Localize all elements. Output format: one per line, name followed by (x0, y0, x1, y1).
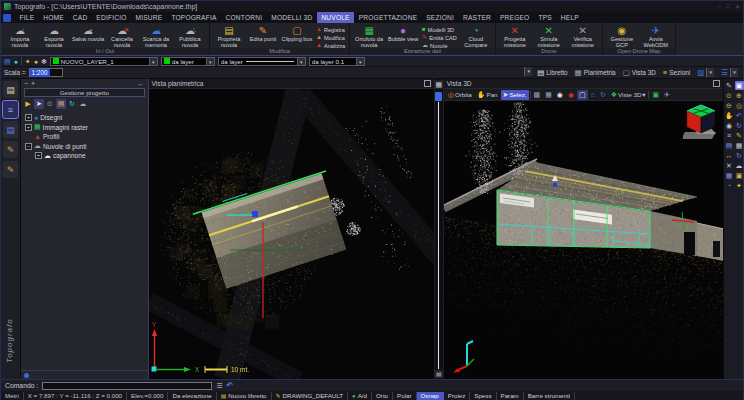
view-cube[interactable] (683, 103, 721, 143)
expander-icon[interactable]: + (25, 124, 32, 131)
modelli-3d-button[interactable]: ■ Modelli 3D (420, 26, 459, 33)
menu-contorni[interactable]: CONTORNI (221, 12, 267, 23)
zoom-out-icon[interactable]: ⊖ (725, 101, 734, 110)
menu-topografia[interactable]: TOPOGRAFIA (167, 12, 221, 23)
layers-icon[interactable]: ▤ (725, 141, 734, 150)
verifica-missione-button[interactable]: ✕ Verifica missione (566, 24, 600, 49)
slider-handle[interactable] (435, 92, 442, 101)
expander-icon[interactable]: − (25, 143, 32, 150)
planimetric-canvas[interactable]: Y X 10 mt. (149, 89, 434, 379)
refresh-icon[interactable]: ↻ (67, 99, 77, 109)
select-cursor-icon[interactable]: ➤ (34, 99, 44, 109)
sezioni-button[interactable]: ≡ Sezioni (661, 68, 692, 78)
draw-order-button[interactable]: ☰ ▾ (719, 68, 740, 78)
tree-item-nuvole-di-punti[interactable]: − ☁ Nuvole di punti (21, 142, 148, 152)
match-properties-icon[interactable]: ● (14, 57, 18, 66)
planimetria-button[interactable]: ▦ Planimetria (573, 68, 618, 78)
grid-view-icon[interactable]: ▦ (543, 90, 554, 100)
snapshot-icon[interactable]: ▣ (650, 90, 661, 100)
cloud-compare-button[interactable]: ◔ Cloud Compare (459, 24, 493, 49)
linetype-dropdown[interactable]: da layer ▾ (218, 57, 306, 66)
view-3d-canvas[interactable] (444, 101, 723, 379)
pan-button[interactable]: ✋ Pan (475, 90, 500, 100)
rotate-view-icon[interactable]: ↻ (598, 90, 608, 100)
search-icon[interactable]: ⊙ (45, 99, 55, 109)
panel-footer-icon[interactable] (24, 373, 29, 378)
menu-edificio[interactable]: EDIFICIO (92, 12, 131, 23)
select-button[interactable]: ➤ Selez. (501, 90, 529, 100)
pin-left-icon[interactable]: ← (138, 80, 145, 87)
vista-3d-button[interactable]: ▢ Vista 3D (621, 68, 658, 78)
settings-icon[interactable]: ✦ (735, 181, 744, 190)
ad-toggle[interactable]: ● A/d (348, 392, 372, 400)
tree-item-profili[interactable]: ▲ Profili (21, 132, 148, 142)
layer-dropdown[interactable]: NUOVO_LAYER_1 ▾ (50, 57, 158, 66)
libretto-button[interactable]: ▤ Libretto (535, 68, 569, 78)
erase-icon[interactable]: ✕ (725, 161, 734, 170)
cloud-tool-icon[interactable]: ☁ (735, 161, 744, 170)
clipping-box-button[interactable]: ▢ Clipping box (280, 24, 314, 43)
proprieta-nuvola-button[interactable]: ▤ Proprietà nuvola (212, 24, 246, 49)
grid-toggle-icon[interactable]: ▦ (725, 171, 734, 180)
modifica-button[interactable]: ▲ Modifica (314, 34, 347, 41)
export-folder-icon[interactable]: ✎ (3, 141, 18, 158)
layout-columns-button[interactable]: ▥ ▾ (695, 68, 716, 78)
menu-nuvole[interactable]: NUVOLE (317, 12, 354, 23)
section-icon[interactable]: ▦ (735, 141, 744, 150)
menu-progettazione[interactable]: PROGETTAZIONE (354, 12, 422, 23)
printer-icon[interactable]: ▤ (434, 370, 443, 378)
grid-toggle-icon[interactable]: ▦ (434, 80, 443, 89)
spess-toggle[interactable]: Spess (470, 392, 496, 400)
expand-icon[interactable]: + (31, 80, 35, 87)
maximize-icon[interactable]: □ (726, 3, 730, 10)
menu-raster[interactable]: RASTER (459, 12, 496, 23)
select-window-icon[interactable]: ▣ (735, 81, 744, 90)
flight-icon[interactable]: ✈ (662, 90, 672, 100)
collapse-icon[interactable]: − (24, 80, 28, 87)
notes-panel-icon[interactable]: ▤ (3, 81, 18, 98)
proiez-toggle[interactable]: Proiez (444, 392, 471, 400)
avvia-webodm-button[interactable]: ✈ Avvia WebODM (639, 24, 673, 49)
menu-modelli-3d[interactable]: MODELLI 3D (267, 12, 317, 23)
registra-button[interactable]: ▲ Registra (314, 26, 347, 33)
simula-missione-button[interactable]: ✕ Simula missione (532, 24, 566, 49)
libretto-indicator[interactable]: ▤ Nuovo libretto (217, 392, 272, 400)
command-input[interactable] (42, 382, 212, 390)
menu-pregeo[interactable]: PREGEO (496, 12, 534, 23)
menu-file[interactable]: FILE (15, 12, 39, 23)
layers-palette-icon[interactable]: ▤ (4, 57, 11, 66)
edita-punti-button[interactable]: ✎ Edita punti (246, 24, 280, 43)
menu-tps[interactable]: TPS (534, 12, 556, 23)
eye-icon[interactable]: ◉ (555, 90, 565, 100)
cloud-settings-icon[interactable]: ☁ (78, 99, 88, 109)
chevron-down-icon[interactable]: ▾ (524, 67, 532, 76)
zoom-realtime-icon[interactable]: ⊙ (725, 91, 734, 100)
draw-icon[interactable]: ✎ (725, 81, 734, 90)
cancella-nuvola-button[interactable]: ☁✕ Cancella nuvola (105, 24, 139, 49)
zoom-in-icon[interactable]: ⊕ (735, 91, 744, 100)
menu-home[interactable]: HOME (39, 12, 69, 23)
zoom-entity-icon[interactable]: ▶ (23, 99, 33, 109)
measure-icon[interactable]: ≡ (725, 131, 734, 140)
import-folder-icon[interactable]: ✎ (3, 161, 18, 178)
eye-hidden-icon[interactable]: ◉ (566, 90, 576, 100)
command-history-icon[interactable]: ☰ (216, 382, 222, 390)
expander-icon[interactable]: + (25, 114, 32, 121)
home-view-icon[interactable]: ⌂ (589, 90, 597, 100)
move-icon[interactable]: ↔ (725, 151, 734, 160)
color-dropdown[interactable]: da layer ▾ (161, 57, 215, 66)
lineweight-dropdown[interactable]: da layer 0.1 ▾ (309, 57, 365, 66)
menu-cad[interactable]: CAD (68, 12, 92, 23)
maximize-viewport-icon[interactable] (713, 80, 720, 87)
menu-sezioni[interactable]: SEZIONI (422, 12, 459, 23)
salva-nuvola-button[interactable]: ☁▪ Salva nuvola (71, 24, 105, 43)
elevation-mode-toggle[interactable]: Da elevazione (168, 392, 216, 400)
orbit-button[interactable]: ◎ Orbita (446, 90, 474, 100)
menu-misure[interactable]: MISURE (131, 12, 167, 23)
drawing-indicator[interactable]: ✎ DRAWING_DEFAULT (272, 392, 349, 400)
viste-3d-dropdown[interactable]: ❖ Viste 3D ▾ (609, 90, 648, 100)
esporta-nuvola-button[interactable]: ☁↓ Esporta nuvola (37, 24, 71, 49)
tree-item-immagini-raster[interactable]: + ▦ Immagini raster (21, 123, 148, 133)
tree-item-capannone[interactable]: + ☁ capannone (21, 151, 148, 161)
compare-icon[interactable]: ◔ (725, 181, 734, 190)
